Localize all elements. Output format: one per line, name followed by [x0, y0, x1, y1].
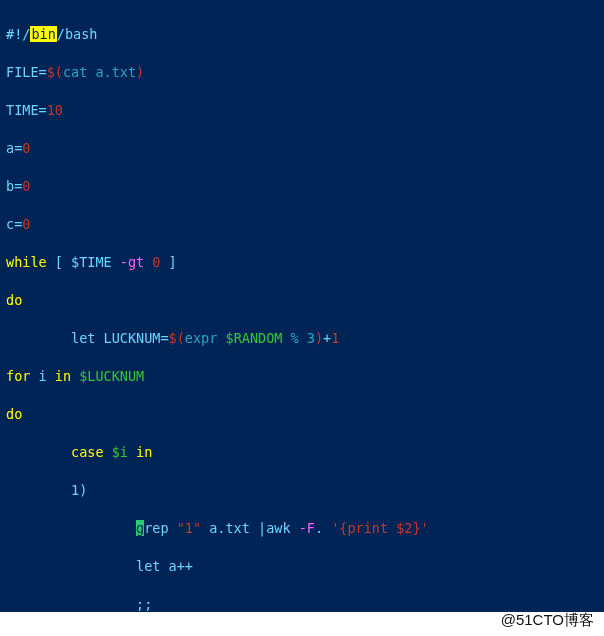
shebang-tail: /bash — [57, 26, 98, 42]
code-line: let a++ — [6, 557, 598, 576]
cursor: g — [136, 520, 144, 536]
shebang-bin-highlight: bin — [30, 26, 56, 42]
code-line: #!/bin/bash — [6, 25, 598, 44]
kw-for: for — [6, 368, 39, 384]
case-break: ;; — [136, 596, 152, 612]
kw-case: case — [71, 444, 112, 460]
kw-do: do — [6, 406, 22, 422]
code-line: c=0 — [6, 215, 598, 234]
kw-while: while — [6, 254, 55, 270]
code-line: FILE=$(cat a.txt) — [6, 63, 598, 82]
code-line: case $i in — [6, 443, 598, 462]
code-line: 1) — [6, 481, 598, 500]
shebang: #!/ — [6, 26, 30, 42]
kw-do: do — [6, 292, 22, 308]
watermark-bar: @51CTO博客 — [0, 612, 604, 636]
var-file: FILE — [6, 64, 39, 80]
code-line: for i in $LUCKNUM — [6, 367, 598, 386]
code-line: a=0 — [6, 139, 598, 158]
code-line: do — [6, 291, 598, 310]
code-line: do — [6, 405, 598, 424]
code-line: grep "1" a.txt |awk -F. '{print $2}' — [6, 519, 598, 538]
code-line: TIME=10 — [6, 101, 598, 120]
watermark-text: @51CTO博客 — [501, 611, 594, 630]
code-line: b=0 — [6, 177, 598, 196]
code-line: let LUCKNUM=$(expr $RANDOM % 3)+1 — [6, 329, 598, 348]
var-time: TIME — [6, 102, 39, 118]
code-line: while [ $TIME -gt 0 ] — [6, 253, 598, 272]
case-label-1: 1) — [71, 482, 87, 498]
terminal-window: #!/bin/bash FILE=$(cat a.txt) TIME=10 a=… — [0, 0, 604, 636]
